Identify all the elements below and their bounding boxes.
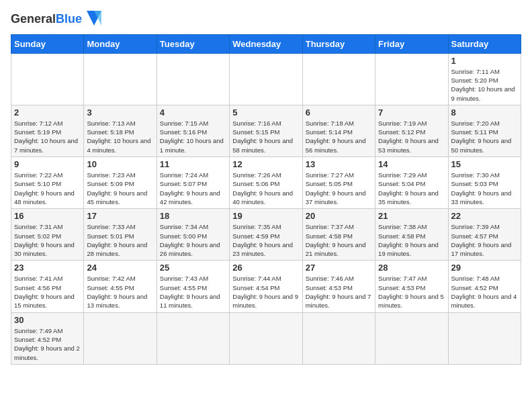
day-number: 7 (378, 107, 445, 118)
day-info: Sunrise: 7:44 AMSunset: 4:54 PMDaylight:… (232, 274, 299, 310)
day-info: Sunrise: 7:34 AMSunset: 5:00 PMDaylight:… (160, 222, 226, 258)
calendar-week-row: 30Sunrise: 7:49 AMSunset: 4:52 PMDayligh… (11, 312, 521, 364)
calendar-cell: 22Sunrise: 7:39 AMSunset: 4:57 PMDayligh… (448, 209, 521, 261)
calendar-week-row: 16Sunrise: 7:31 AMSunset: 5:02 PMDayligh… (11, 209, 521, 261)
day-number: 23 (14, 263, 81, 273)
day-number: 25 (160, 263, 226, 273)
day-number: 17 (87, 211, 153, 221)
day-number: 12 (232, 159, 299, 169)
calendar-cell: 2Sunrise: 7:12 AMSunset: 5:19 PMDaylight… (11, 105, 84, 156)
calendar-cell (157, 53, 229, 105)
calendar-cell (84, 312, 157, 364)
weekday-header-monday: Monday (84, 34, 157, 53)
calendar-cell: 7Sunrise: 7:19 AMSunset: 5:12 PMDaylight… (375, 105, 448, 156)
day-info: Sunrise: 7:22 AMSunset: 5:10 PMDaylight:… (14, 171, 81, 206)
calendar-cell (230, 312, 302, 364)
calendar-cell: 14Sunrise: 7:29 AMSunset: 5:04 PMDayligh… (375, 157, 448, 209)
calendar-cell (230, 53, 302, 105)
calendar-cell (375, 53, 448, 105)
day-info: Sunrise: 7:11 AMSunset: 5:20 PMDaylight:… (451, 67, 518, 103)
weekday-header-tuesday: Tuesday (157, 34, 229, 53)
calendar-cell: 23Sunrise: 7:41 AMSunset: 4:56 PMDayligh… (11, 261, 84, 312)
day-info: Sunrise: 7:49 AMSunset: 4:52 PMDaylight:… (14, 326, 81, 362)
calendar-cell (302, 53, 375, 105)
day-info: Sunrise: 7:39 AMSunset: 4:57 PMDaylight:… (451, 222, 518, 258)
calendar-cell: 8Sunrise: 7:20 AMSunset: 5:11 PMDaylight… (448, 105, 521, 156)
day-number: 18 (160, 211, 226, 221)
calendar-cell (375, 312, 448, 364)
calendar-cell: 3Sunrise: 7:13 AMSunset: 5:18 PMDaylight… (84, 105, 157, 156)
day-number: 5 (232, 107, 299, 118)
calendar-body: 1Sunrise: 7:11 AMSunset: 5:20 PMDaylight… (11, 53, 521, 364)
calendar-cell (11, 53, 84, 105)
calendar-week-row: 9Sunrise: 7:22 AMSunset: 5:10 PMDaylight… (11, 157, 521, 209)
day-info: Sunrise: 7:33 AMSunset: 5:01 PMDaylight:… (87, 222, 153, 258)
calendar-cell: 12Sunrise: 7:26 AMSunset: 5:06 PMDayligh… (230, 157, 302, 209)
day-info: Sunrise: 7:20 AMSunset: 5:11 PMDaylight:… (451, 119, 518, 154)
logo-flag-icon (87, 11, 101, 26)
day-number: 20 (306, 211, 372, 221)
calendar-cell (84, 53, 157, 105)
day-info: Sunrise: 7:48 AMSunset: 4:52 PMDaylight:… (451, 274, 518, 310)
calendar-header-row: SundayMondayTuesdayWednesdayThursdayFrid… (11, 34, 521, 53)
day-number: 13 (306, 159, 372, 169)
day-info: Sunrise: 7:18 AMSunset: 5:14 PMDaylight:… (306, 119, 372, 154)
calendar-cell: 4Sunrise: 7:15 AMSunset: 5:16 PMDaylight… (157, 105, 229, 156)
day-number: 14 (378, 159, 445, 169)
logo-text: GeneralBlue (11, 11, 101, 29)
day-info: Sunrise: 7:35 AMSunset: 4:59 PMDaylight:… (232, 222, 299, 258)
weekday-header-friday: Friday (375, 34, 448, 53)
calendar-cell: 10Sunrise: 7:23 AMSunset: 5:09 PMDayligh… (84, 157, 157, 209)
day-number: 2 (14, 107, 81, 118)
weekday-header-saturday: Saturday (448, 34, 521, 53)
calendar-cell: 27Sunrise: 7:46 AMSunset: 4:53 PMDayligh… (302, 261, 375, 312)
calendar-cell: 1Sunrise: 7:11 AMSunset: 5:20 PMDaylight… (448, 53, 521, 105)
day-number: 10 (87, 159, 153, 169)
calendar-cell: 24Sunrise: 7:42 AMSunset: 4:55 PMDayligh… (84, 261, 157, 312)
calendar-cell: 6Sunrise: 7:18 AMSunset: 5:14 PMDaylight… (302, 105, 375, 156)
day-info: Sunrise: 7:15 AMSunset: 5:16 PMDaylight:… (160, 119, 226, 154)
calendar-cell: 5Sunrise: 7:16 AMSunset: 5:15 PMDaylight… (230, 105, 302, 156)
calendar-cell: 13Sunrise: 7:27 AMSunset: 5:05 PMDayligh… (302, 157, 375, 209)
calendar-cell (302, 312, 375, 364)
day-number: 9 (14, 159, 81, 169)
day-number: 8 (451, 107, 518, 118)
weekday-header-thursday: Thursday (302, 34, 375, 53)
day-number: 26 (232, 263, 299, 273)
day-info: Sunrise: 7:47 AMSunset: 4:53 PMDaylight:… (378, 274, 445, 310)
logo: GeneralBlue (11, 11, 101, 29)
day-info: Sunrise: 7:38 AMSunset: 4:58 PMDaylight:… (378, 222, 445, 258)
calendar-cell: 26Sunrise: 7:44 AMSunset: 4:54 PMDayligh… (230, 261, 302, 312)
calendar-cell (448, 312, 521, 364)
day-info: Sunrise: 7:16 AMSunset: 5:15 PMDaylight:… (232, 119, 299, 154)
day-info: Sunrise: 7:19 AMSunset: 5:12 PMDaylight:… (378, 119, 445, 154)
day-info: Sunrise: 7:24 AMSunset: 5:07 PMDaylight:… (160, 171, 226, 206)
calendar-cell: 16Sunrise: 7:31 AMSunset: 5:02 PMDayligh… (11, 209, 84, 261)
day-info: Sunrise: 7:23 AMSunset: 5:09 PMDaylight:… (87, 171, 153, 206)
day-info: Sunrise: 7:27 AMSunset: 5:05 PMDaylight:… (306, 171, 372, 206)
calendar-cell: 28Sunrise: 7:47 AMSunset: 4:53 PMDayligh… (375, 261, 448, 312)
day-number: 15 (451, 159, 518, 169)
day-number: 22 (451, 211, 518, 221)
calendar-cell: 17Sunrise: 7:33 AMSunset: 5:01 PMDayligh… (84, 209, 157, 261)
day-number: 27 (306, 263, 372, 273)
calendar-cell: 30Sunrise: 7:49 AMSunset: 4:52 PMDayligh… (11, 312, 84, 364)
day-info: Sunrise: 7:42 AMSunset: 4:55 PMDaylight:… (87, 274, 153, 310)
day-info: Sunrise: 7:26 AMSunset: 5:06 PMDaylight:… (232, 171, 299, 206)
day-number: 4 (160, 107, 226, 118)
day-info: Sunrise: 7:46 AMSunset: 4:53 PMDaylight:… (306, 274, 372, 310)
calendar-cell: 25Sunrise: 7:43 AMSunset: 4:55 PMDayligh… (157, 261, 229, 312)
day-info: Sunrise: 7:30 AMSunset: 5:03 PMDaylight:… (451, 171, 518, 206)
page-header: GeneralBlue (11, 11, 521, 29)
day-info: Sunrise: 7:31 AMSunset: 5:02 PMDaylight:… (14, 222, 81, 258)
day-info: Sunrise: 7:43 AMSunset: 4:55 PMDaylight:… (160, 274, 226, 310)
weekday-header-sunday: Sunday (11, 34, 84, 53)
day-number: 6 (306, 107, 372, 118)
calendar-cell: 21Sunrise: 7:38 AMSunset: 4:58 PMDayligh… (375, 209, 448, 261)
day-number: 30 (14, 315, 81, 325)
day-info: Sunrise: 7:41 AMSunset: 4:56 PMDaylight:… (14, 274, 81, 310)
calendar-cell: 9Sunrise: 7:22 AMSunset: 5:10 PMDaylight… (11, 157, 84, 209)
day-info: Sunrise: 7:29 AMSunset: 5:04 PMDaylight:… (378, 171, 445, 206)
day-number: 29 (451, 263, 518, 273)
calendar-cell: 29Sunrise: 7:48 AMSunset: 4:52 PMDayligh… (448, 261, 521, 312)
